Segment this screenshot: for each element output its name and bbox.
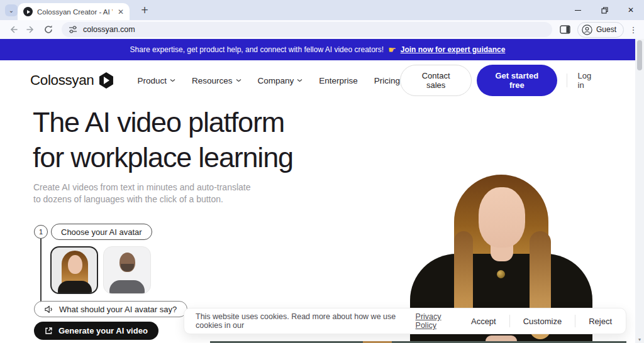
restore-icon (601, 7, 608, 14)
restore-button[interactable] (591, 0, 618, 20)
close-button[interactable]: ✕ (618, 0, 644, 20)
url-text: colossyan.com (83, 25, 135, 34)
reload-icon (43, 24, 53, 35)
tab-close-icon[interactable]: ✕ (118, 8, 124, 16)
pointing-hand-icon: ☛ (388, 45, 396, 55)
chevron-down-icon (170, 79, 175, 82)
avatar-woman-face (68, 255, 82, 274)
browser-toolbar: colossyan.com Guest ⋮ (0, 20, 644, 39)
back-button[interactable] (5, 21, 21, 38)
chevron-down-icon: ⌄ (9, 7, 14, 14)
cookie-actions: Accept Customize Reject (458, 315, 614, 327)
avatar-script-placeholder: What should your AI avatar say? (59, 305, 177, 314)
hero-subtext-line1: Create AI videos from text in minutes an… (33, 182, 251, 192)
minimize-button[interactable] (565, 0, 591, 20)
presenter-face (479, 187, 525, 248)
site-favicon-icon (23, 7, 33, 16)
promo-link[interactable]: Join now for expert guidance (401, 45, 506, 54)
avatar-option-man[interactable] (103, 246, 151, 294)
hero-subtext: Create AI videos from text in minutes an… (33, 182, 251, 205)
header-actions: Contact sales Get started free Log in (400, 65, 597, 96)
logo-wordmark: Colossyan (30, 72, 94, 89)
address-bar[interactable]: colossyan.com (62, 22, 552, 37)
forward-icon (26, 24, 36, 35)
scrollbar-down-arrow[interactable]: ▾ (635, 337, 644, 342)
nav-label: Pricing (374, 76, 400, 85)
promo-text: Share expertise, get product help, and c… (130, 45, 384, 54)
hero-heading: The AI video platform for workplace lear… (33, 105, 293, 175)
tab-search-button[interactable]: ⌄ (5, 4, 18, 16)
profile-button[interactable]: Guest (577, 22, 624, 38)
avatar-woman-body (58, 281, 92, 293)
hero-heading-line2: for workplace learning (33, 140, 293, 175)
page-viewport: Share expertise, get product help, and c… (0, 39, 644, 343)
nav-item-product[interactable]: Product (137, 76, 175, 85)
main-nav: Product Resources Company Enterprise Pri… (137, 76, 400, 85)
site-header: Colossyan Product Resources Company Ente… (0, 60, 635, 101)
forward-button[interactable] (23, 21, 39, 38)
avatar-man-body (109, 280, 145, 293)
reload-button[interactable] (40, 21, 57, 38)
cookie-customize-button[interactable]: Customize (510, 317, 575, 326)
window-controls: ✕ (565, 0, 644, 20)
back-icon (8, 24, 18, 35)
tab-title: Colossyan Creator - AI Video Ge (37, 8, 113, 16)
cookie-reject-button[interactable]: Reject (575, 317, 614, 326)
presenter-coat-button (497, 270, 505, 278)
page-scrollbar[interactable]: ▾ (635, 39, 644, 343)
profile-label: Guest (596, 25, 616, 34)
hero-heading-line1: The AI video platform (33, 105, 293, 140)
contact-sales-button[interactable]: Contact sales (400, 65, 472, 96)
external-link-icon (45, 327, 53, 335)
hero-subtext-line2: to dozens of languages with the click of… (33, 194, 223, 204)
step-connector-line (40, 239, 42, 302)
cookie-accept-button[interactable]: Accept (458, 317, 509, 326)
choose-avatar-button[interactable]: Choose your AI avatar (51, 224, 152, 240)
site-logo[interactable]: Colossyan (30, 72, 114, 89)
browser-window: ⌄ Colossyan Creator - AI Video Ge ✕ + ✕ (0, 0, 644, 343)
scrollbar-thumb[interactable] (637, 40, 642, 70)
speaker-icon (45, 305, 53, 313)
nav-label: Enterprise (319, 76, 358, 85)
cookie-banner: This website uses cookies. Read more abo… (184, 308, 626, 334)
promo-banner: Share expertise, get product help, and c… (0, 39, 635, 60)
generate-video-button[interactable]: Generate your AI video (34, 322, 158, 340)
get-started-button[interactable]: Get started free (477, 65, 557, 96)
avatar-script-input[interactable]: What should your AI avatar say? (34, 301, 187, 317)
browser-tab[interactable]: Colossyan Creator - AI Video Ge ✕ (18, 3, 130, 20)
nav-label: Company (258, 76, 294, 85)
browser-menu-button[interactable]: ⋮ (628, 25, 639, 35)
guest-avatar-icon (582, 24, 592, 35)
nav-item-resources[interactable]: Resources (192, 76, 242, 85)
chevron-down-icon (236, 79, 242, 82)
nav-item-pricing[interactable]: Pricing (374, 76, 400, 85)
nav-label: Product (137, 76, 167, 85)
side-panel-icon (560, 25, 570, 34)
side-panel-button[interactable] (557, 21, 574, 38)
chevron-down-icon (297, 79, 303, 82)
avatar-option-woman[interactable] (50, 246, 98, 294)
tab-strip: ⌄ Colossyan Creator - AI Video Ge ✕ + ✕ (0, 0, 644, 20)
privacy-policy-link[interactable]: Privacy Policy (416, 312, 458, 330)
login-link[interactable]: Log in (567, 74, 597, 87)
step-number-badge: 1 (34, 225, 48, 239)
logo-play-icon (98, 72, 114, 89)
generate-video-label: Generate your AI video (58, 326, 148, 335)
new-tab-button[interactable]: + (138, 3, 152, 17)
nav-label: Resources (192, 76, 233, 85)
site-settings-icon (69, 25, 77, 34)
nav-item-company[interactable]: Company (258, 76, 303, 85)
minimize-icon (575, 10, 581, 11)
nav-item-enterprise[interactable]: Enterprise (319, 76, 358, 85)
cookie-message: This website uses cookies. Read more abo… (196, 312, 413, 330)
